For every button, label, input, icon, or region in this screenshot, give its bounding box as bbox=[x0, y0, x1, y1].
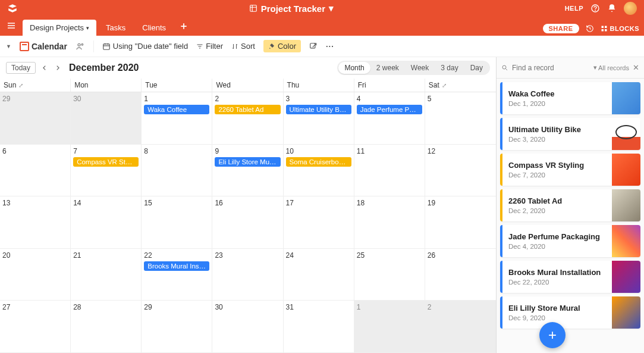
calendar-cell[interactable]: 14 bbox=[71, 196, 142, 249]
day-number: 9 bbox=[215, 147, 280, 155]
calendar-view-label[interactable]: Calendar bbox=[20, 42, 67, 51]
calendar-cell[interactable]: 3Ultimate Utility Bike bbox=[284, 92, 354, 145]
calendar-event[interactable]: Ultimate Utility Bike bbox=[286, 105, 351, 114]
calendar-cell[interactable]: 5 bbox=[425, 92, 496, 145]
history-icon[interactable] bbox=[585, 24, 595, 33]
calendar-cell[interactable]: 1Waka Coffee bbox=[142, 92, 212, 145]
day-number: 26 bbox=[428, 251, 494, 260]
calendar-cell[interactable]: 31 bbox=[284, 301, 354, 353]
all-records-dropdown[interactable]: ▾ All records bbox=[593, 64, 629, 71]
calendar-event[interactable]: Brooks Mural Inst… bbox=[144, 261, 209, 271]
calendar-cell[interactable]: 6 bbox=[0, 145, 71, 197]
day-header: Thu bbox=[284, 79, 354, 92]
record-body: Jade Perfume PackagingDec 4, 2020 bbox=[502, 225, 612, 257]
calendar-cell[interactable]: 19 bbox=[425, 196, 496, 249]
record-card[interactable]: Compass VR StylingDec 7, 2020 bbox=[500, 154, 640, 186]
avatar[interactable] bbox=[624, 2, 637, 15]
calendar-cell[interactable]: 22260 Tablet Ad bbox=[212, 92, 283, 145]
svg-point-11 bbox=[502, 65, 506, 69]
record-card[interactable]: Jade Perfume PackagingDec 4, 2020 bbox=[500, 225, 640, 257]
day-number: 1 bbox=[357, 303, 422, 311]
views-dropdown-icon[interactable]: ▼ bbox=[6, 43, 11, 49]
month-title: December 2020 bbox=[69, 63, 139, 73]
blocks-button[interactable]: BLOCKS bbox=[601, 25, 639, 32]
day-number: 29 bbox=[2, 95, 68, 103]
tab-clients[interactable]: Clients bbox=[135, 20, 173, 36]
calendar-cell[interactable]: 1 bbox=[354, 301, 425, 353]
menu-icon[interactable] bbox=[5, 19, 18, 32]
range-2-week[interactable]: 2 week bbox=[370, 62, 405, 74]
prev-month-icon[interactable] bbox=[40, 64, 49, 72]
calendar-cell[interactable]: 4Jade Perfume Pac… bbox=[354, 92, 425, 145]
calendar-cell[interactable]: 10Soma Cruiserboard bbox=[284, 145, 354, 197]
calendar-cell[interactable]: 20 bbox=[0, 249, 71, 301]
expand-icon[interactable]: ⤢ bbox=[18, 82, 23, 89]
calendar-event[interactable]: Compass VR Styli… bbox=[73, 157, 139, 167]
record-card[interactable]: Waka CoffeeDec 1, 2020 bbox=[500, 82, 640, 114]
calendar-cell[interactable]: 11 bbox=[354, 145, 425, 197]
calendar-cell[interactable]: 28 bbox=[71, 301, 142, 353]
calendar-cell[interactable]: 25 bbox=[354, 249, 425, 301]
calendar-cell[interactable]: 7Compass VR Styli… bbox=[71, 145, 142, 197]
day-number: 28 bbox=[73, 303, 139, 311]
help-icon[interactable] bbox=[590, 4, 600, 13]
calendar-cell[interactable]: 9Eli Lilly Store Mural bbox=[212, 145, 283, 197]
tab-design-projects[interactable]: Design Projects▾ bbox=[23, 20, 96, 36]
help-link[interactable]: HELP bbox=[565, 5, 583, 12]
more-icon[interactable]: ··· bbox=[326, 42, 334, 51]
calendar-cell[interactable]: 23 bbox=[212, 249, 283, 301]
range-week[interactable]: Week bbox=[405, 62, 435, 74]
calendar-cell[interactable]: 2 bbox=[425, 301, 496, 353]
calendar-cell[interactable]: 21 bbox=[71, 249, 142, 301]
filter-button[interactable]: Filter bbox=[196, 42, 223, 51]
date-field-select[interactable]: Using "Due date" field bbox=[102, 42, 188, 51]
calendar-event[interactable]: 2260 Tablet Ad bbox=[215, 105, 280, 114]
range-day[interactable]: Day bbox=[464, 62, 489, 74]
calendar-cell[interactable]: 24 bbox=[284, 249, 354, 301]
calendar-cell[interactable]: 29 bbox=[142, 301, 212, 353]
calendar-cell[interactable]: 13 bbox=[0, 196, 71, 249]
sort-button[interactable]: Sort bbox=[231, 42, 255, 51]
record-card[interactable]: Eli Lilly Store MuralDec 9, 2020 bbox=[500, 296, 640, 329]
tab-tasks[interactable]: Tasks bbox=[99, 20, 133, 36]
calendar-cell[interactable]: 27 bbox=[0, 301, 71, 353]
next-month-icon[interactable] bbox=[54, 64, 62, 72]
today-button[interactable]: Today bbox=[6, 62, 36, 74]
bell-icon[interactable] bbox=[607, 4, 617, 13]
logo-icon[interactable] bbox=[7, 3, 18, 14]
close-icon[interactable]: ✕ bbox=[633, 63, 639, 72]
calendar-cell[interactable]: 30 bbox=[71, 92, 142, 145]
workspace-title-wrap[interactable]: Project Tracker ▾ bbox=[18, 3, 565, 14]
calendar-event[interactable]: Jade Perfume Pac… bbox=[357, 105, 422, 114]
record-card[interactable]: Ultimate Utility BikeDec 3, 2020 bbox=[500, 118, 640, 150]
record-date: Dec 3, 2020 bbox=[508, 136, 606, 143]
calendar-event[interactable]: Eli Lilly Store Mural bbox=[215, 157, 280, 167]
add-tab-button[interactable] bbox=[178, 20, 190, 32]
record-sidebar: ▾ All records ✕ Waka CoffeeDec 1, 2020Ul… bbox=[497, 57, 644, 353]
record-card[interactable]: 2260 Tablet AdDec 2, 2020 bbox=[500, 189, 640, 221]
share-button[interactable]: SHARE bbox=[543, 24, 579, 33]
calendar-cell[interactable]: 15 bbox=[142, 196, 212, 249]
calendar-event[interactable]: Waka Coffee bbox=[144, 105, 209, 114]
search-input[interactable] bbox=[512, 64, 590, 72]
range-3-day[interactable]: 3 day bbox=[435, 62, 464, 74]
calendar-cell[interactable]: 16 bbox=[212, 196, 283, 249]
calendar-cell[interactable]: 29 bbox=[0, 92, 71, 145]
calendar-cell[interactable]: 26 bbox=[425, 249, 496, 301]
day-number: 23 bbox=[215, 251, 280, 260]
record-card[interactable]: Brooks Mural InstallationDec 22, 2020 bbox=[500, 261, 640, 293]
share-view-icon[interactable] bbox=[309, 42, 318, 51]
svg-rect-5 bbox=[601, 29, 604, 32]
add-record-fab[interactable]: + bbox=[539, 322, 566, 348]
color-button[interactable]: Color bbox=[263, 40, 301, 52]
calendar-cell[interactable]: 18 bbox=[354, 196, 425, 249]
calendar-cell[interactable]: 8 bbox=[142, 145, 212, 197]
calendar-event[interactable]: Soma Cruiserboard bbox=[286, 157, 351, 167]
collaborators-icon[interactable] bbox=[76, 42, 85, 51]
range-month[interactable]: Month bbox=[338, 62, 370, 74]
expand-icon[interactable]: ⤢ bbox=[442, 82, 447, 89]
calendar-cell[interactable]: 22Brooks Mural Inst… bbox=[142, 249, 212, 301]
calendar-cell[interactable]: 30 bbox=[212, 301, 283, 353]
calendar-cell[interactable]: 17 bbox=[284, 196, 354, 249]
calendar-cell[interactable]: 12 bbox=[425, 145, 496, 197]
